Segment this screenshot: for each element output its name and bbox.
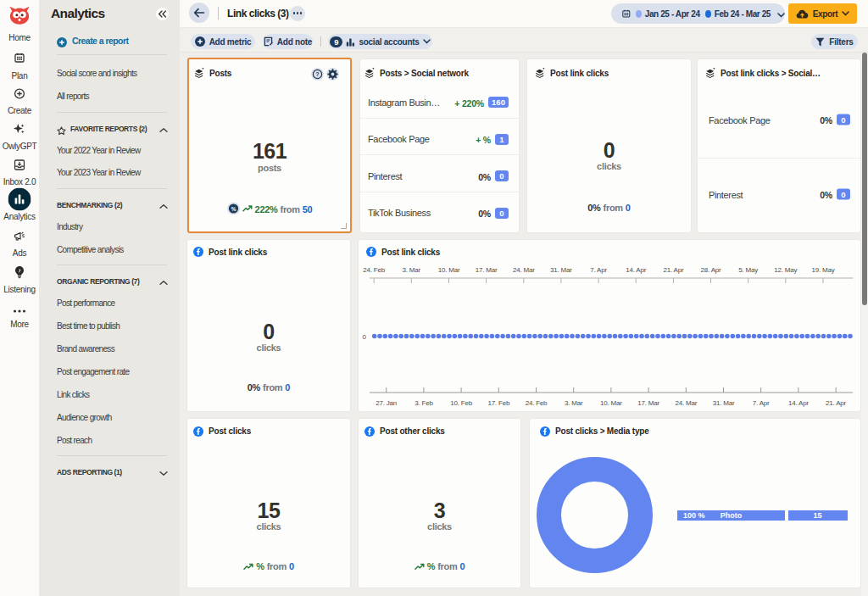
svg-text:?: ? <box>315 70 319 76</box>
svg-text:%: % <box>231 206 236 212</box>
